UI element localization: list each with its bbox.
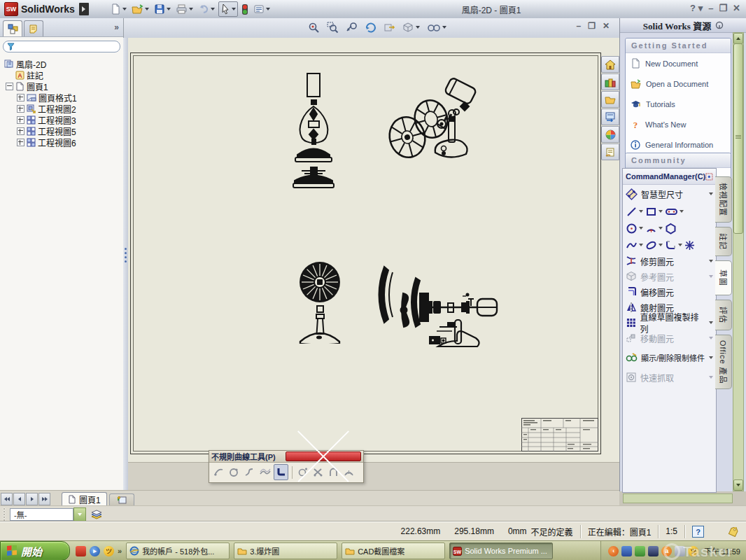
taskbar-task-folder1[interactable]: 3.爆炸圖 (234, 542, 337, 559)
tab-office-products[interactable]: Office 產品 (715, 335, 732, 389)
start-button[interactable]: 開始 (0, 541, 70, 560)
zoom-to-area-icon[interactable] (325, 20, 340, 34)
tray-app-icon-green[interactable] (635, 546, 645, 556)
tray-back-icon[interactable]: ‹ (608, 546, 619, 556)
design-library-icon[interactable] (601, 74, 619, 90)
drawing-view-exploded-isometric[interactable] (379, 70, 484, 168)
display-style-icon[interactable] (401, 20, 421, 34)
display-delete-relations-button[interactable]: 顯示/刪除限制條件 (623, 350, 716, 365)
child-restore-button[interactable]: ❐ (588, 21, 596, 31)
layer-properties-button[interactable] (90, 509, 103, 520)
first-sheet-button[interactable] (1, 493, 13, 505)
tab-sketch[interactable]: 草圖 (715, 260, 732, 295)
prev-sheet-button[interactable] (13, 493, 25, 505)
zoom-in-out-icon[interactable] (344, 20, 359, 34)
rebuild-button[interactable] (240, 2, 250, 16)
trim-entities-button[interactable]: 修剪圖元 (623, 253, 716, 269)
tree-item-view6[interactable]: 工程視圖6 (0, 136, 123, 148)
circle-tool-icon[interactable] (626, 223, 638, 234)
spline-toolbar-titlebar[interactable]: 不規則曲線工具(P) (209, 451, 363, 463)
spline-on-surface-icon[interactable] (212, 465, 225, 479)
tray-app-icon-blue[interactable] (621, 546, 632, 556)
quick-launch-app-icon[interactable] (76, 546, 86, 556)
sheet-tab-active[interactable]: 圖頁1 (62, 492, 107, 506)
tree-item-sheet-format[interactable]: 圖頁格式1 (0, 92, 123, 103)
fit-spline-icon[interactable] (258, 465, 272, 479)
toolbar-grip-icon[interactable] (1, 507, 7, 522)
tutorials-link[interactable]: Tutorials (626, 94, 731, 114)
task-pane-scrollbar[interactable] (733, 32, 744, 491)
last-sheet-button[interactable] (38, 493, 50, 505)
new-document-button[interactable] (108, 2, 128, 16)
arc-tool-icon[interactable] (645, 223, 657, 234)
expand-box-icon[interactable] (17, 127, 24, 135)
layer-combo[interactable]: -無- (10, 508, 73, 521)
tab-evaluate[interactable]: 評估 (715, 300, 732, 330)
quick-snaps-button[interactable]: 快速抓取 (623, 370, 716, 385)
tray-app-icon-orange[interactable]: a (661, 546, 672, 556)
taskbar-task-browser[interactable]: 我的帳戶 - 518外包... (126, 542, 230, 559)
panel-splitter[interactable] (123, 38, 128, 491)
new-document-link[interactable]: New Document (626, 53, 731, 74)
drawing-view-assembled-front[interactable] (292, 253, 348, 344)
tree-item-view5[interactable]: 工程視圖5 (0, 125, 123, 136)
scroll-down-icon[interactable] (733, 479, 743, 491)
appearances-scenes-icon[interactable] (601, 126, 619, 143)
custom-properties-icon[interactable] (601, 144, 619, 160)
expand-box-icon[interactable] (17, 94, 24, 102)
corner-tool-icon[interactable] (274, 464, 288, 480)
tray-display-icon[interactable] (648, 546, 659, 556)
taskbar-task-solidworks[interactable]: SW Solid Works Premium ... (449, 542, 553, 559)
file-explorer-icon[interactable] (601, 91, 619, 108)
task-pane-hscrollbar[interactable] (623, 493, 733, 503)
tree-root[interactable]: 風扇-2D (0, 58, 123, 69)
tree-filter-input[interactable] (3, 41, 120, 52)
expand-box-icon[interactable] (17, 139, 24, 146)
whats-new-link[interactable]: ? What's New (626, 114, 731, 134)
next-sheet-button[interactable] (26, 493, 38, 505)
spline-toolbar-close-icon[interactable] (286, 451, 361, 461)
child-close-button[interactable]: ✕ (603, 21, 610, 31)
save-button[interactable] (153, 2, 172, 16)
expand-box-icon[interactable] (17, 105, 24, 113)
tree-item-view2[interactable]: 工程視圖2 (0, 103, 123, 114)
minimize-button[interactable]: – (708, 2, 713, 15)
tab-feature-tree[interactable] (3, 20, 22, 36)
media-player-icon[interactable]: ▸ (90, 546, 100, 556)
print-button[interactable] (174, 2, 195, 16)
tab-annotation[interactable]: 註記 (715, 227, 732, 256)
layer-combo-dropdown-icon[interactable] (73, 507, 86, 522)
rotate-view-icon[interactable] (363, 20, 378, 34)
zoom-to-fit-icon[interactable] (307, 20, 321, 34)
tag-icon[interactable] (728, 527, 739, 537)
restore-button[interactable]: ❐ (719, 2, 727, 15)
spline-tools-toolbar[interactable]: 不規則曲線工具(P) (209, 450, 364, 483)
options-button[interactable] (252, 2, 272, 16)
spline-tool-icon[interactable] (626, 239, 638, 251)
resources-home-icon[interactable] (601, 56, 619, 73)
line-tool-icon[interactable] (626, 206, 638, 218)
help-button[interactable]: ? ▾ (690, 2, 703, 15)
tray-app-icon-gray[interactable] (675, 546, 685, 556)
tray-clock[interactable]: 下午 11:59 (704, 545, 740, 556)
pin-icon[interactable] (715, 21, 724, 29)
tray-smiley-icon[interactable]: ツ (688, 546, 698, 556)
task-pane-header[interactable]: Solid Works 資源 (620, 18, 746, 33)
messenger-smiley-icon[interactable]: ツ (104, 546, 114, 556)
polygon-tool-icon[interactable] (665, 223, 677, 234)
scrollbar-thumb[interactable] (733, 43, 743, 234)
drawing-view-exploded-side[interactable] (372, 260, 498, 351)
panel-collapse-chevron[interactable]: » (114, 22, 119, 32)
curve-through-points-icon[interactable] (243, 465, 256, 479)
tree-item-sheet1[interactable]: 圖頁1 (0, 80, 123, 92)
hide-show-items-icon[interactable] (425, 20, 448, 34)
close-button[interactable]: ✕ (733, 2, 740, 15)
offset-entities-button[interactable]: 偏移圖元 (623, 284, 716, 300)
add-sheet-tab[interactable] (109, 493, 134, 506)
expand-box-icon[interactable] (17, 116, 24, 124)
drawing-canvas[interactable] (128, 38, 619, 462)
open-document-link[interactable]: Open a Document (626, 74, 731, 94)
closed-spline-icon[interactable] (227, 465, 241, 479)
fillet-tool-icon[interactable] (665, 239, 677, 251)
smart-dimension-button[interactable]: 智慧型尺寸 (623, 185, 716, 203)
